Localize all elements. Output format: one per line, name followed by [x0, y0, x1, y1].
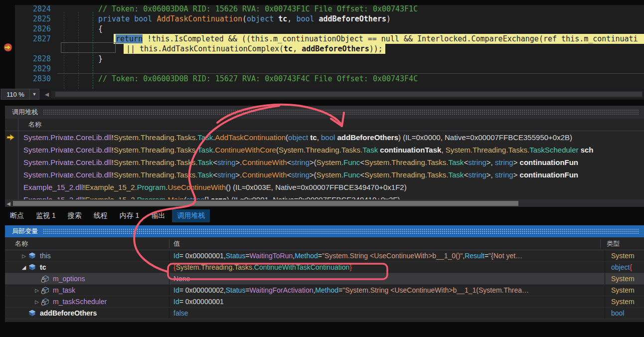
window-top-edge — [0, 0, 644, 5]
text-segment: , — [287, 14, 296, 23]
text-segment: , — [317, 133, 321, 142]
code-line[interactable]: 2828} — [0, 54, 644, 64]
zoom-level-control[interactable]: 110 % ▼ — [1, 89, 39, 100]
stack-frame-row[interactable]: System.Private.CoreLib.dll!System.Thread… — [5, 168, 644, 181]
code-line[interactable]: 2826{ — [0, 24, 644, 34]
value-cell[interactable]: None — [169, 273, 605, 284]
value-cell[interactable]: Id = 0x00000001 — [169, 296, 605, 307]
breakpoint-current-statement-icon[interactable] — [3, 43, 13, 54]
call-stack-horizontal-scrollbar[interactable]: ◀ — [5, 199, 644, 207]
text-segment: >. — [236, 158, 242, 167]
text-segment: { — [630, 263, 632, 271]
text-segment: UseContinueWith — [167, 183, 226, 191]
stack-frame-row[interactable]: System.Private.CoreLib.dll!System.Thread… — [5, 144, 644, 156]
text-segment: = 0x00000001 — [179, 298, 224, 306]
expander-icon[interactable]: ▷ — [20, 253, 28, 259]
text-segment: = — [484, 252, 488, 260]
value-cell[interactable]: {System.Threading.Tasks.ContinueWithTask… — [169, 262, 605, 273]
expander-icon[interactable]: ▷ — [33, 299, 41, 305]
code-line[interactable]: 2829 — [0, 64, 644, 74]
value-cell[interactable]: Id = 0x00000002, Status = WaitingForActi… — [169, 285, 605, 296]
tool-window-tab-inactive[interactable]: 内存 1 — [115, 209, 145, 222]
variable-name: m_taskScheduler — [53, 298, 107, 306]
stack-frame-row[interactable]: System.Private.CoreLib.dll!System.Thread… — [5, 131, 644, 144]
type-cell: System — [605, 296, 644, 307]
value-cell[interactable]: false — [169, 308, 605, 319]
text-segment: Example_15_2.dll — [23, 195, 83, 199]
call-stack-title-bar: 调用堆栈 — [5, 106, 644, 119]
text-segment — [130, 14, 134, 23]
code-line[interactable]: 2824// Token: 0x06003D0A RID: 15626 RVA:… — [0, 4, 644, 14]
text-segment — [274, 14, 278, 23]
text-segment: System.Threading.Tasks. — [114, 170, 197, 179]
text-segment: addBeforeOthers — [302, 44, 369, 53]
tool-window-tab-inactive[interactable]: 输出 — [146, 209, 170, 222]
scroll-left-arrow-icon[interactable]: ◀ — [42, 91, 51, 98]
text-segment: AddTaskContinuation — [215, 133, 286, 142]
text-segment: = — [318, 252, 322, 260]
stack-frame-row[interactable]: Example_15_2.dll!Example_15_2.Program.Ma… — [5, 193, 644, 199]
text-segment: System.Threading.Tasks. — [279, 146, 362, 154]
tool-window-tab-inactive[interactable]: 搜索 — [63, 209, 87, 222]
tool-window-tab-inactive[interactable]: 监视 1 — [31, 209, 61, 222]
locals-row[interactable]: ◢tc{System.Threading.Tasks.ContinueWithT… — [5, 262, 644, 273]
private-field-icon — [41, 286, 50, 294]
text-segment: System.Threading.Tasks. — [446, 146, 529, 154]
text-segment: >. — [236, 170, 242, 179]
editor-horizontal-scrollbar[interactable] — [51, 91, 643, 98]
tool-window-tab-inactive[interactable]: 断点 — [5, 209, 29, 222]
text-segment: , — [441, 146, 445, 154]
type-cell: object { — [605, 262, 644, 273]
text-segment: object — [288, 133, 308, 142]
chevron-down-icon: ▼ — [32, 92, 36, 97]
text-segment: = — [245, 286, 249, 294]
text-segment: System — [611, 275, 635, 283]
text-segment: ) (IL≈0x0001, Native=0x00007FFBCE349410+… — [227, 195, 400, 199]
text-segment: ContinueWith — [242, 158, 287, 167]
scrollbar-thumb[interactable] — [13, 201, 518, 206]
name-cell: ▷m_taskScheduler — [5, 296, 169, 307]
tool-window-tab-active[interactable]: 调用堆栈 — [172, 209, 210, 222]
value-cell[interactable]: Id = 0x00000001, Status = WaitingToRun, … — [169, 250, 605, 261]
text-segment: tc — [278, 14, 287, 23]
current-statement-border — [61, 42, 116, 53]
scrollbar-thumb[interactable] — [55, 92, 642, 97]
expander-icon[interactable]: ▷ — [33, 288, 41, 293]
scroll-left-arrow-icon[interactable]: ◀ — [5, 201, 12, 206]
line-number: 2826 — [15, 24, 51, 34]
text-segment: Method — [315, 286, 338, 294]
code-editor[interactable]: 28232824// Token: 0x06003D0A RID: 15626 … — [0, 0, 644, 89]
variable-name: m_options — [53, 275, 85, 283]
text-segment: System. — [317, 170, 343, 179]
name-column-header: 名称 — [5, 239, 169, 248]
frame-indicator-margin — [5, 181, 18, 193]
code-text: return !this.IsCompleted && ((this.m_con… — [116, 34, 638, 44]
stack-frame-row[interactable]: Example_15_2.dll!Example_15_2.Program.Us… — [5, 181, 644, 193]
text-segment: )); — [369, 44, 383, 53]
text-segment: = — [338, 286, 342, 294]
variable-icon — [28, 309, 37, 317]
locals-panel: 局部变量 名称 值 类型 ▷thisId = 0x00000001, Statu… — [5, 225, 644, 322]
text-segment: System.Threading.Tasks. — [176, 263, 254, 271]
stack-frame-row[interactable]: System.Private.CoreLib.dll!System.Thread… — [5, 156, 644, 168]
zoom-dropdown-button[interactable]: ▼ — [29, 89, 39, 99]
locals-row[interactable]: ▷thisId = 0x00000001, Status = WaitingTo… — [5, 250, 644, 262]
text-segment: Main — [167, 195, 184, 199]
tool-window-tab-inactive[interactable]: 线程 — [89, 209, 113, 222]
code-text: || this.AddTaskContinuationComplex(tc, a… — [124, 44, 385, 54]
text-segment: < — [464, 158, 468, 167]
code-line[interactable]: 2825private bool AddTaskContinuation(obj… — [0, 14, 644, 24]
locals-row[interactable]: addBeforeOthersfalsebool — [5, 308, 644, 319]
locals-row[interactable]: ▷m_taskSchedulerId = 0x00000001System — [5, 296, 644, 308]
zoom-level-value[interactable]: 110 % — [1, 91, 29, 98]
text-segment: System.Threading.Tasks. — [364, 158, 448, 167]
text-segment: > — [513, 158, 520, 167]
text-segment: addBeforeOthers — [337, 133, 399, 142]
name-cell: ▷this — [5, 250, 169, 261]
code-line[interactable]: 2830// Token: 0x06003D0B RID: 15627 RVA:… — [0, 74, 644, 84]
line-number: 2830 — [15, 74, 51, 84]
text-segment: Id — [173, 286, 179, 294]
locals-row[interactable]: m_optionsNoneSystem — [5, 273, 644, 285]
expander-icon[interactable]: ◢ — [20, 264, 28, 271]
locals-row[interactable]: ▷m_taskId = 0x00000002, Status = Waiting… — [5, 285, 644, 296]
